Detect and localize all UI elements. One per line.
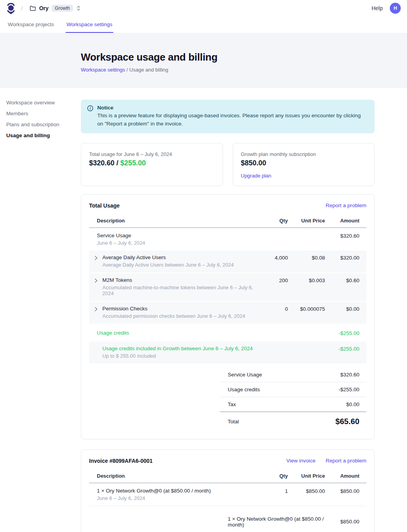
usage-panel-title: Total Usage: [89, 202, 120, 209]
usage-amount: $320.60: [89, 159, 114, 167]
total-usage-panel: Total Usage Report a problem Description…: [81, 194, 375, 439]
row-qty: 0: [257, 306, 288, 312]
sidebar-item-members[interactable]: Members: [6, 111, 75, 116]
chevron-right-icon[interactable]: [93, 256, 99, 260]
summary-label: 1 × Ory Network Growth@0 (at $850.00 / m…: [228, 516, 340, 528]
view-invoice-link[interactable]: View invoice: [286, 458, 316, 464]
row-title: 1 × Ory Network Growth@0 (at $850.00 / m…: [97, 488, 257, 494]
sidebar-item-workspace-overview[interactable]: Workspace overview: [6, 100, 75, 106]
row-title: Permission Checks: [102, 306, 257, 312]
sidebar-item-plans-and-subscription[interactable]: Plans and subscription: [6, 122, 75, 127]
row-subtitle: June 6 – July 6, 2024: [97, 240, 257, 246]
row-subtitle: Average Daily Active Users between June …: [102, 262, 257, 268]
usage-separator: /: [114, 159, 120, 167]
workspace-name: Ory: [39, 5, 48, 11]
header-description: Description: [97, 473, 257, 479]
row-subtitle: Accumulated permission checks between Ju…: [102, 313, 257, 319]
invoice-table-header: Description Qty Unit Price Amount: [89, 471, 366, 483]
row-title: Usage credits: [97, 330, 257, 336]
row-title: Service Usage: [97, 233, 257, 238]
row-unit-price: $0.08: [288, 254, 325, 261]
total-label: Total: [228, 419, 336, 425]
breadcrumb-separator: /: [125, 67, 129, 73]
tab-workspace-projects[interactable]: Workspace projects: [7, 21, 55, 33]
report-problem-link[interactable]: Report a problem: [326, 458, 366, 464]
row-amount: $0.60: [325, 277, 359, 283]
row-subtitle: Up to $ 255.00 included: [102, 353, 257, 359]
summary-row-service-usage: Service Usage $320.60: [220, 367, 366, 382]
report-problem-link[interactable]: Report a problem: [326, 202, 366, 208]
summary-value: $850.00: [340, 519, 359, 525]
total-usage-value: $320.60 / $255.00: [89, 159, 215, 167]
invoice-summary: 1 × Ory Network Growth@0 (at $850.00 / m…: [220, 512, 366, 532]
header-amount: Amount: [325, 473, 359, 479]
breadcrumb: Workspace settings / Usage and billing: [81, 67, 407, 73]
tab-workspace-settings[interactable]: Workspace settings: [66, 21, 113, 33]
usage-credits-row: Usage credits -$255.00: [89, 324, 366, 342]
row-amount: $320.60: [325, 233, 359, 239]
updown-icon: [76, 5, 81, 11]
upgrade-plan-link[interactable]: Upgrade plan: [241, 173, 271, 179]
summary-row-usage-credits: Usage credits -$255.00: [220, 382, 366, 397]
header-qty: Qty: [257, 218, 288, 224]
row-amount: $850.00: [325, 488, 359, 494]
workspace-switcher[interactable]: Ory Growth: [30, 5, 81, 12]
header-qty: Qty: [257, 473, 288, 479]
plan-subscription-card: Growth plan monthly subscription $850.00…: [233, 143, 375, 186]
usage-summary: Service Usage $320.60 Usage credits -$25…: [220, 367, 366, 431]
notice-title: Notice: [97, 105, 367, 111]
header-description: Description: [97, 218, 257, 224]
row-unit-price: $0.003: [288, 277, 325, 283]
topbar-separator: /: [21, 5, 23, 12]
row-unit-price: $0.000075: [288, 306, 325, 312]
summary-label: Tax: [228, 401, 346, 407]
chevron-right-icon[interactable]: [93, 278, 99, 283]
plan-amount: $850.00: [241, 159, 367, 167]
ory-logo[interactable]: [6, 2, 16, 14]
row-subtitle: June 6 – July 6, 2024: [97, 495, 257, 501]
avatar[interactable]: H: [390, 3, 401, 14]
row-qty: 4,000: [257, 254, 288, 261]
sidebar-item-usage-and-billing[interactable]: Usage and billing: [6, 133, 75, 138]
total-value: $65.60: [336, 417, 359, 426]
summary-row-total: Total $65.60: [220, 412, 366, 431]
summary-value: $320.60: [340, 372, 359, 378]
header-unit-price: Unit Price: [288, 473, 325, 479]
plan-badge: Growth: [52, 5, 73, 12]
info-icon: [87, 105, 93, 128]
row-amount: $0.00: [325, 306, 359, 312]
preview-notice: Notice This is a preview feature for dis…: [81, 100, 375, 133]
topbar: / Ory Growth Help H: [0, 0, 407, 16]
row-amount: -$255.00: [325, 346, 359, 352]
row-title: Average Daily Active Users: [102, 254, 257, 260]
total-usage-card: Total usage for June 6 – July 6, 2024 $3…: [81, 143, 223, 186]
summary-label: Service Usage: [228, 372, 340, 378]
notice-body: This is a preview feature for displaying…: [97, 112, 367, 128]
invoice-line-row: 1 × Ory Network Growth@0 (at $850.00 / m…: [89, 483, 366, 506]
chevron-right-icon[interactable]: [93, 307, 99, 312]
summary-value: $0.00: [346, 401, 359, 407]
invoice-panel-title: Invoice #8099AFA6-0001: [89, 458, 153, 464]
total-usage-label: Total usage for June 6 – July 6, 2024: [89, 151, 215, 157]
page-title: Workspace usage and billing: [81, 51, 407, 63]
header-amount: Amount: [325, 218, 359, 224]
usage-credit-amount: $255.00: [120, 159, 146, 167]
breadcrumb-link-settings[interactable]: Workspace settings: [81, 67, 125, 73]
usage-row-m2m-tokens[interactable]: M2M Tokens Accumulated machine-to-machin…: [89, 273, 366, 301]
help-link[interactable]: Help: [371, 5, 383, 11]
usage-row-permission-checks[interactable]: Permission Checks Accumulated permission…: [89, 302, 366, 324]
row-title: Usage credits included in Growth between…: [102, 346, 257, 351]
workspace-tabs: Workspace projects Workspace settings: [0, 16, 407, 33]
summary-value: -$255.00: [339, 387, 359, 392]
usage-row-average-daily-active-users[interactable]: Average Daily Active Users Average Daily…: [89, 251, 366, 272]
usage-credits-detail-row: Usage credits included in Growth between…: [89, 342, 366, 364]
breadcrumb-current: Usage and billing: [129, 67, 168, 73]
row-amount: -$255.00: [325, 330, 359, 336]
header-unit-price: Unit Price: [288, 218, 325, 224]
summary-row-subscription: 1 × Ory Network Growth@0 (at $850.00 / m…: [220, 512, 366, 532]
summary-label: Usage credits: [228, 387, 339, 392]
row-qty: 200: [257, 277, 288, 283]
row-amount: $320.00: [325, 254, 359, 261]
row-subtitle: Accumulated machine-to-machine tokens be…: [102, 285, 257, 296]
service-usage-row: Service Usage June 6 – July 6, 2024 $320…: [89, 228, 366, 251]
